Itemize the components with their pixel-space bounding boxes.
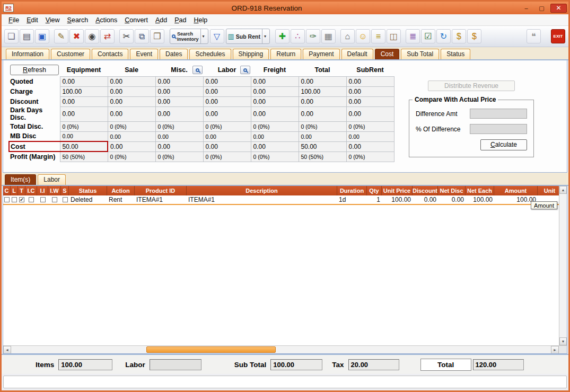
cost-cell[interactable]: 50.00 (299, 141, 346, 152)
tab-contacts[interactable]: Contacts (92, 49, 128, 59)
edit-pencil-button[interactable]: ✎ (54, 29, 68, 43)
cost-cell[interactable]: 0 (0%) (203, 121, 251, 131)
item-cell-i-c[interactable] (25, 195, 37, 204)
scroll-right-button[interactable]: ► (551, 346, 559, 354)
items-col-i-w[interactable]: I.W (48, 186, 61, 195)
column-search-button[interactable] (192, 66, 203, 74)
cut-button[interactable]: ✂ (119, 29, 134, 43)
cost-cell[interactable]: 0 (0%) (60, 121, 108, 131)
comment-bubble-button[interactable]: ❝ (527, 29, 541, 43)
menu-add[interactable]: Add (152, 15, 171, 25)
cost-cell[interactable]: 50 (50%) (60, 152, 108, 162)
items-col-s[interactable]: S (61, 186, 69, 195)
cost-cell[interactable]: 0.00 (155, 141, 203, 152)
cost-cell[interactable]: 0.00 (60, 76, 108, 86)
cost-cell[interactable]: 0.00 (155, 76, 203, 86)
cost-cell[interactable]: 0.00 (155, 96, 203, 106)
sub-rent-button[interactable]: ▥Sub Rent▾ (226, 29, 270, 44)
cost-cell[interactable]: 0.00 (299, 96, 346, 106)
cost-cell[interactable]: 0.00 (155, 131, 203, 141)
save-button[interactable]: ▣ (35, 29, 49, 43)
items-col-l[interactable]: L (11, 186, 18, 195)
menu-convert[interactable]: Convert (121, 15, 152, 25)
tax-field[interactable]: 20.00 (348, 359, 399, 370)
tab-return[interactable]: Return (270, 49, 301, 59)
search-inventory-dropdown[interactable]: ▾ (200, 29, 206, 43)
calculate-button[interactable]: Calculate (480, 139, 527, 150)
items-col-qty[interactable]: Qty (367, 186, 382, 195)
items-col-amount[interactable]: Amount (494, 186, 538, 195)
items-col-duration[interactable]: Duration (337, 186, 367, 195)
tab-sub-total[interactable]: Sub Total (401, 49, 439, 59)
maximize-button[interactable]: ▢ (535, 4, 548, 13)
title-bar[interactable]: R2 ORD-918 Reservation – ▢ ✕ (2, 2, 568, 14)
tab-cost[interactable]: Cost (375, 49, 400, 59)
cost-cell[interactable]: 0.00 (60, 96, 108, 106)
horizontal-scroll-track[interactable] (11, 346, 551, 353)
cost-cell[interactable]: 0 (0%) (108, 121, 155, 131)
cost-cell[interactable]: 0.00 (251, 76, 299, 86)
items-col-action[interactable]: Action (107, 186, 135, 195)
items-col-description[interactable]: Description (187, 186, 337, 195)
smiley-button[interactable]: ☺ (356, 29, 370, 43)
sub-rent-dropdown[interactable]: ▾ (262, 29, 268, 43)
items-col-net-disc[interactable]: Net Disc (438, 186, 466, 195)
cost-cell[interactable]: 0 (0%) (346, 121, 394, 131)
items-col-c[interactable]: C (3, 186, 11, 195)
cost-cell[interactable]: 0 (0%) (155, 152, 203, 162)
menu-pad[interactable]: Pad (171, 15, 190, 25)
items-col-i-i[interactable]: I.I (37, 186, 48, 195)
scroll-down-button[interactable]: ▼ (559, 337, 567, 345)
cost-cell[interactable]: 0.00 (155, 106, 203, 121)
cost-cell[interactable]: 0.00 (203, 131, 251, 141)
notes-button[interactable]: ≡ (371, 29, 385, 43)
cost-cell[interactable]: 0 (0%) (251, 121, 299, 131)
cost-cell[interactable]: 0.00 (251, 106, 299, 121)
cost-cell[interactable]: 0 (0%) (299, 121, 346, 131)
cost-cell[interactable]: 100.00 (299, 86, 346, 96)
cost-cell[interactable]: 50.00 (60, 141, 108, 152)
note-edit-button[interactable]: ✑ (306, 29, 320, 43)
tab-event[interactable]: Event (130, 49, 158, 59)
tab-schedules[interactable]: Schedules (189, 49, 231, 59)
detail-tab-labor[interactable]: Labor (38, 174, 66, 185)
item-cell-l[interactable] (11, 195, 18, 204)
find-binoculars-button[interactable]: ◉ (85, 29, 99, 43)
cost-cell[interactable]: 0.00 (108, 96, 155, 106)
cost-cell[interactable]: 0 (0%) (346, 152, 394, 162)
menu-file[interactable]: File (5, 15, 23, 25)
cost-cell[interactable]: 0.00 (108, 131, 155, 141)
cost-cell[interactable]: 0.00 (108, 141, 155, 152)
horizontal-scroll-thumb[interactable] (146, 346, 276, 353)
labor-total-field[interactable] (150, 359, 201, 370)
sync-dollar-button[interactable]: ↻ (436, 29, 451, 43)
scroll-left-button[interactable]: ◄ (3, 346, 11, 354)
cost-cell[interactable]: 0 (0%) (251, 152, 299, 162)
cost-cell[interactable]: 0.00 (251, 86, 299, 96)
refresh-button[interactable]: Refresh (10, 65, 59, 75)
items-col-discount[interactable]: Discount (413, 186, 438, 195)
cost-cell[interactable]: 0.00 (203, 106, 251, 121)
cost-cell[interactable]: 0 (0%) (203, 152, 251, 162)
cost-cell[interactable]: 0.00 (346, 106, 394, 121)
cost-cell[interactable]: 0.00 (251, 131, 299, 141)
delete-button[interactable]: ✖ (69, 29, 84, 43)
minimize-button[interactable]: – (520, 4, 533, 13)
cost-cell[interactable]: 0.00 (108, 106, 155, 121)
checkbox-i-w[interactable] (52, 197, 57, 202)
item-cell-i-i[interactable] (37, 195, 48, 204)
form-edit-button[interactable]: ☑ (421, 29, 435, 43)
cost-cell[interactable]: 0 (0%) (108, 152, 155, 162)
cost-cell[interactable]: 0.00 (203, 141, 251, 152)
tab-default[interactable]: Default (341, 49, 373, 59)
menu-search[interactable]: Search (64, 15, 92, 25)
cost-cell[interactable]: 0.00 (346, 96, 394, 106)
items-horizontal-scrollbar[interactable]: ◄ ► (3, 345, 567, 353)
checkbox-i-c[interactable] (29, 197, 34, 202)
items-total-field[interactable]: 100.00 (58, 359, 112, 370)
items-col-status[interactable]: Status (69, 186, 107, 195)
item-cell-s[interactable] (61, 195, 69, 204)
items-vertical-scrollbar[interactable]: ▲ ▼ (559, 186, 567, 345)
tab-status[interactable]: Status (441, 49, 470, 59)
item-cell-c[interactable] (3, 195, 11, 204)
